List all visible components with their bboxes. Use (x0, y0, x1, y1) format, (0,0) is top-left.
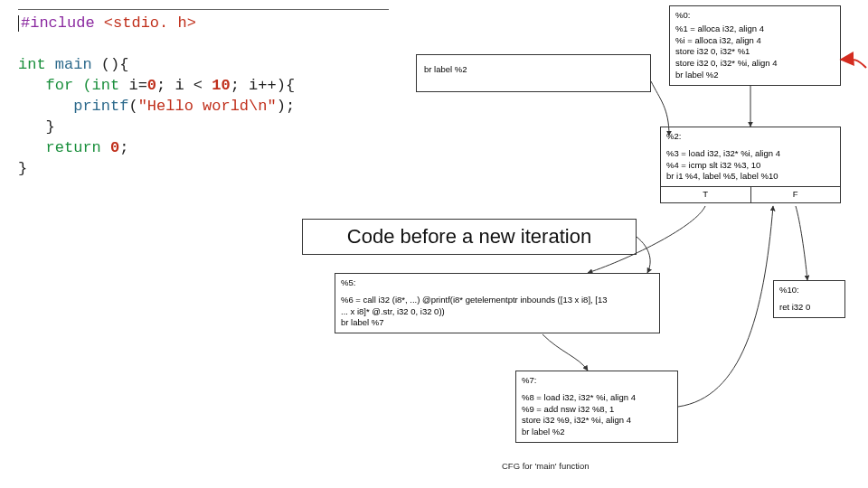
token-printf: printf (73, 98, 128, 115)
cfg-block-10: %10: ret i32 0 (773, 280, 845, 318)
token-main: main (46, 56, 92, 73)
token-for: for (46, 77, 74, 94)
source-code-text: #include <stdio. h> int main (){ for (in… (18, 14, 398, 180)
cfg-block-2: %2: %3 = load i32, i32* %i, align 4 %4 =… (660, 127, 841, 203)
edge-annot-5 (637, 237, 650, 273)
cfg-block-5-title: %5: (341, 277, 654, 289)
cfg-block-10-l1: ret i32 0 (779, 302, 839, 314)
cfg-block-7-l2: %9 = add nsw i32 %8, 1 (522, 404, 672, 416)
cfg-block-0-title: %0: (675, 10, 835, 22)
cfg-block-7-l3: store i32 %9, i32* %i, align 4 (522, 415, 672, 427)
cfg-block-2-title: %2: (666, 131, 835, 143)
cfg-block-7-l1: %8 = load i32, i32* %i, align 4 (522, 392, 672, 404)
cfg-block-0-l5: br label %2 (675, 70, 835, 81)
cfg-block-0: %0: %1 = alloca i32, align 4 %i = alloca… (669, 5, 841, 86)
cfg-block-5-l1: %6 = call i32 (i8*, ...) @printf(i8* get… (341, 295, 654, 306)
cfg-mini-brlabel: br label %2 (416, 54, 651, 92)
cfg-block-2-l1: %3 = load i32, i32* %i, align 4 (666, 148, 835, 160)
annotation-text: Code before a new iteration (347, 225, 591, 248)
cfg-block-0-l3: store i32 0, i32* %1 (675, 46, 835, 58)
cfg-block-7-title: %7: (522, 375, 672, 387)
edge-7-2 (678, 206, 773, 407)
cfg-block-2-split: T F (661, 186, 840, 202)
cfg-block-5-l3: br label %7 (341, 317, 654, 329)
cfg-block-10-title: %10: (779, 285, 839, 296)
divider-line (18, 9, 389, 10)
cfg-block-0-l4: store i32 0, i32* %i, align 4 (675, 58, 835, 70)
cfg-mini-text: br label %2 (424, 64, 467, 74)
cfg-block-5: %5: %6 = call i32 (i8*, ...) @printf(i8*… (335, 273, 660, 333)
token-return: return (46, 139, 101, 156)
edge-5-7 (542, 334, 588, 371)
cfg-block-7: %7: %8 = load i32, i32* %i, align 4 %9 =… (515, 371, 678, 443)
token-string: "Hello world\n" (138, 98, 277, 115)
cfg-block-5-l2: ... x i8]* @.str, i32 0, i32 0)) (341, 306, 654, 318)
cfg-caption: CFG for 'main' function (502, 461, 590, 471)
cfg-block-0-l1: %1 = alloca i32, align 4 (675, 23, 835, 35)
token-int2: (int (73, 77, 119, 94)
token-int: int (18, 56, 46, 73)
source-code-panel: #include <stdio. h> int main (){ for (in… (18, 9, 398, 180)
cfg-block-2-l2: %4 = icmp slt i32 %3, 10 (666, 160, 835, 172)
token-include: #include (21, 14, 95, 32)
cfg-block-2-F: F (751, 187, 841, 202)
cfg-block-2-T: T (661, 187, 751, 202)
cfg-block-7-l4: br label %2 (522, 427, 672, 438)
cfg-block-2-l3: br i1 %4, label %5, label %10 (666, 171, 835, 183)
red-arrow-icon (841, 60, 866, 68)
token-header: <stdio. h> (95, 14, 196, 32)
edge-2F-10 (796, 206, 807, 280)
annotation-box: Code before a new iteration (302, 219, 637, 255)
cfg-block-0-l2: %i = alloca i32, align 4 (675, 35, 835, 47)
